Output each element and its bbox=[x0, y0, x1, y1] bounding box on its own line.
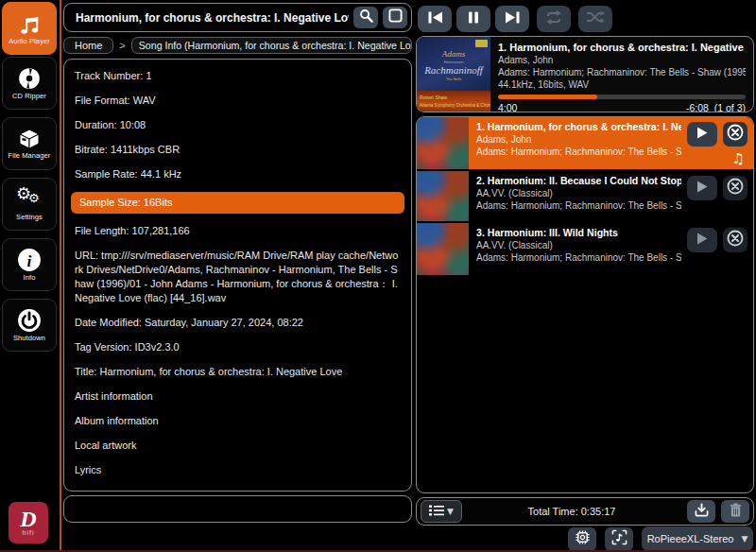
player-panel: Adams Harmonium Rachmaninoff The Bells R… bbox=[416, 0, 754, 552]
progress-bar[interactable] bbox=[498, 95, 746, 99]
remove-track-button[interactable] bbox=[723, 228, 747, 252]
trash-icon bbox=[730, 503, 742, 521]
gears-icon: ⚙⚙ bbox=[15, 187, 43, 212]
sidebar-item-audio-player[interactable]: Audio Player bbox=[2, 2, 57, 55]
next-icon bbox=[506, 10, 520, 27]
playlist-item-artist: AA.VV. (Classical) bbox=[476, 187, 681, 199]
save-playlist-button[interactable] bbox=[687, 500, 715, 523]
fullscreen-button[interactable] bbox=[383, 7, 407, 28]
frame-note-icon bbox=[611, 529, 627, 549]
breadcrumb-current: Song Info (Harmonium, for chorus & orche… bbox=[131, 37, 412, 54]
field-local-artwork[interactable]: Local artwork bbox=[75, 439, 401, 453]
field-title[interactable]: Title: Harmonium, for chorus & orchestra… bbox=[75, 365, 401, 379]
now-playing-album: Adams: Harmonium; Rachmaninov: The Bells… bbox=[498, 66, 746, 78]
page-title: Harmonium, for chorus & orchestra: I. Ne… bbox=[76, 11, 349, 25]
field-artist-information[interactable]: Artist information bbox=[75, 389, 401, 404]
daphile-logo: D hifi bbox=[9, 502, 48, 543]
previous-button[interactable] bbox=[418, 6, 452, 32]
art-artist2: Rachmaninoff bbox=[417, 64, 490, 76]
cd-icon bbox=[17, 66, 42, 91]
remaining-time: -6:08 (1 of 3) bbox=[686, 102, 746, 112]
now-playing-format: 44.1kHz, 16bits, WAV bbox=[498, 78, 746, 91]
art-work2: The Bells bbox=[417, 77, 490, 81]
playlist-item-artist: AA.VV. (Classical) bbox=[476, 239, 681, 251]
play-track-button[interactable] bbox=[687, 228, 717, 252]
remove-track-button[interactable] bbox=[723, 122, 747, 147]
playlist-item-title: 1. Harmonium, for chorus & orchestra: I.… bbox=[476, 121, 681, 133]
song-info-header: Harmonium, for chorus & orchestra: I. Ne… bbox=[63, 3, 412, 32]
song-info-fields: Track Number: 1 File Format: WAV Duratio… bbox=[63, 59, 412, 492]
sidebar-item-label: Shutdown bbox=[13, 334, 45, 342]
output-device-select[interactable]: RoPieeeXL-Stereo ▼ bbox=[642, 526, 753, 551]
sidebar-item-cd-ripper[interactable]: CD Ripper bbox=[2, 57, 57, 110]
now-playing-box: Adams Harmonium Rachmaninoff The Bells R… bbox=[416, 36, 754, 112]
field-album-information[interactable]: Album information bbox=[75, 414, 401, 428]
sidebar-item-label: Settings bbox=[16, 213, 43, 221]
playlist-item-text: 1. Harmonium, for chorus & orchestra: I.… bbox=[469, 117, 687, 169]
remove-track-button[interactable] bbox=[723, 176, 747, 200]
field-lyrics[interactable]: Lyrics bbox=[75, 463, 401, 477]
now-playing-note-icon: ♫ bbox=[732, 150, 745, 167]
album-thumbnail bbox=[417, 171, 469, 223]
clear-playlist-button[interactable] bbox=[721, 500, 749, 523]
playlist-item-1[interactable]: 1. Harmonium, for chorus & orchestra: I.… bbox=[417, 117, 753, 169]
field-track-number[interactable]: Track Number: 1 bbox=[75, 69, 401, 83]
playlist-options-button[interactable]: ▼ bbox=[421, 500, 462, 523]
search-button[interactable] bbox=[353, 7, 378, 28]
pause-icon bbox=[468, 10, 479, 27]
playlist-item-title: 3. Harmonium: III. Wild Nights bbox=[476, 227, 681, 239]
playlist-item-2[interactable]: 2. Harmonium: II. Because I Could Not St… bbox=[417, 169, 753, 221]
album-art: Adams Harmonium Rachmaninoff The Bells R… bbox=[417, 37, 490, 112]
playlist-item-title: 2. Harmonium: II. Because I Could Not St… bbox=[476, 175, 681, 187]
progress-fill bbox=[498, 95, 597, 99]
shuffle-button[interactable] bbox=[578, 6, 612, 32]
playlist-item-text: 2. Harmonium: II. Because I Could Not St… bbox=[469, 171, 687, 221]
playlist-footer: ▼ Total Time: 0:35:17 bbox=[416, 497, 754, 526]
sidebar-item-settings[interactable]: ⚙⚙ Settings bbox=[2, 178, 57, 231]
sidebar-item-label: Info bbox=[24, 273, 36, 282]
pause-button[interactable] bbox=[456, 6, 490, 32]
field-tag-version[interactable]: Tag Version: ID3v2.3.0 bbox=[75, 340, 401, 354]
field-duration[interactable]: Duration: 10:08 bbox=[75, 118, 401, 132]
next-button[interactable] bbox=[495, 6, 529, 32]
elapsed-time: 4:00 bbox=[498, 102, 517, 112]
audio-zone-button[interactable] bbox=[605, 527, 633, 551]
now-playing-title: 1. Harmonium, for chorus & orchestra: I.… bbox=[498, 41, 746, 54]
field-date-modified[interactable]: Date Modified: Saturday, January 27, 202… bbox=[75, 316, 401, 330]
time-row: 4:00 -6:08 (1 of 3) bbox=[498, 102, 746, 112]
field-file-format[interactable]: File Format: WAV bbox=[75, 94, 401, 108]
sidebar-item-file-manager[interactable]: File Manager bbox=[2, 117, 57, 170]
field-file-length[interactable]: File Length: 107,281,166 bbox=[75, 224, 401, 238]
field-sample-size[interactable]: Sample Size: 16Bits bbox=[71, 192, 404, 214]
play-icon bbox=[696, 180, 708, 197]
cpu-settings-button[interactable] bbox=[568, 527, 596, 551]
sidebar-item-shutdown[interactable]: Shutdown bbox=[2, 299, 57, 352]
art-artist1: Adams bbox=[417, 49, 490, 59]
music-note-icon bbox=[17, 11, 42, 36]
box-icon bbox=[16, 128, 43, 150]
playlist-item-album: Adams: Harmonium; Rachmaninov: The Bells… bbox=[476, 199, 681, 212]
sidebar-item-label: File Manager bbox=[9, 151, 51, 160]
playlist-item-text: 3. Harmonium: III. Wild Nights AA.VV. (C… bbox=[469, 223, 687, 273]
now-playing-info: 1. Harmonium, for chorus & orchestra: I.… bbox=[498, 41, 746, 112]
repeat-button[interactable] bbox=[537, 6, 571, 32]
play-track-button[interactable] bbox=[687, 122, 717, 147]
breadcrumb-home[interactable]: Home bbox=[63, 37, 113, 54]
playlist: 1. Harmonium, for chorus & orchestra: I.… bbox=[416, 116, 754, 493]
svg-text:i: i bbox=[27, 252, 32, 270]
close-circle-icon bbox=[727, 178, 744, 198]
logo-subtext: hifi bbox=[23, 529, 35, 537]
song-info-footer-box bbox=[63, 495, 412, 523]
sidebar-item-info[interactable]: i Info bbox=[2, 238, 57, 291]
field-sample-rate[interactable]: Sample Rate: 44.1 kHz bbox=[75, 167, 401, 181]
play-track-button[interactable] bbox=[687, 176, 717, 200]
playlist-item-album: Adams: Harmonium; Rachmaninov: The Bells… bbox=[476, 146, 681, 158]
chip-icon bbox=[575, 529, 591, 549]
field-url[interactable]: URL: tmp:///srv/mediaserver/music/RAM Dr… bbox=[75, 249, 401, 305]
bottom-bar: RoPieeeXL-Stereo ▼ bbox=[568, 526, 753, 551]
playlist-item-3[interactable]: 3. Harmonium: III. Wild Nights AA.VV. (C… bbox=[417, 221, 753, 273]
total-time: Total Time: 0:35:17 bbox=[462, 506, 681, 517]
field-bitrate[interactable]: Bitrate: 1411kbps CBR bbox=[75, 143, 401, 157]
square-icon bbox=[388, 9, 403, 26]
sidebar-item-label: Audio Player bbox=[9, 37, 50, 45]
